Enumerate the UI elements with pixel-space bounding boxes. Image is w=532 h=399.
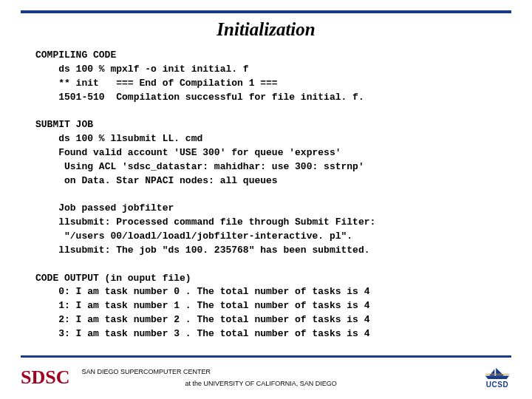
ucsd-text: UCSD <box>486 381 508 389</box>
compiling-line: ** init === End of Compilation 1 === <box>58 78 277 89</box>
footer-line1: SAN DIEGO SUPERCOMPUTER CENTER <box>81 366 483 378</box>
output-header: CODE OUTPUT (in ouput file) <box>35 273 191 284</box>
submit-line: Found valid account 'USE 300' for queue … <box>58 147 341 158</box>
footer-text: SAN DIEGO SUPERCOMPUTER CENTER at the UN… <box>69 366 483 389</box>
top-rule <box>21 10 511 13</box>
submit-line: ds 100 % llsubmit LL. cmd <box>58 133 202 144</box>
footer: SDSC SAN DIEGO SUPERCOMPUTER CENTER at t… <box>0 355 532 399</box>
slide-content: COMPILING CODE ds 100 % mpxlf -o init in… <box>0 49 532 341</box>
compiling-line: 1501-510 Compilation successful for file… <box>58 92 364 103</box>
output-line: 0: I am task number 0 . The total number… <box>58 286 369 297</box>
svg-rect-0 <box>485 374 509 375</box>
footer-line2: at the UNIVERSITY OF CALIFORNIA, SAN DIE… <box>81 378 483 389</box>
submit-line: Using ACL 'sdsc_datastar: mahidhar: use … <box>58 161 364 172</box>
output-line: 2: I am task number 2 . The total number… <box>58 314 369 325</box>
job-line: "/users 00/loadl/loadl/jobfilter-interac… <box>58 231 352 242</box>
slide-title: Initialization <box>0 19 532 40</box>
job-line: llsubmit: The job "ds 100. 235768" has b… <box>58 245 369 256</box>
footer-rule <box>21 355 511 358</box>
ship-icon <box>483 366 511 380</box>
job-line: llsubmit: Processed command file through… <box>58 216 375 228</box>
output-line: 1: I am task number 1 . The total number… <box>58 300 369 311</box>
ucsd-logo: UCSD <box>483 366 511 389</box>
submit-header: SUBMIT JOB <box>35 119 93 130</box>
compiling-line: ds 100 % mpxlf -o init initial. f <box>58 64 248 75</box>
sdsc-logo: SDSC <box>21 366 69 389</box>
submit-line: on Data. Star NPACI nodes: all queues <box>58 175 277 186</box>
compiling-header: COMPILING CODE <box>35 50 116 61</box>
output-line: 3: I am task number 3 . The total number… <box>58 328 369 339</box>
job-line: Job passed jobfilter <box>58 202 174 214</box>
